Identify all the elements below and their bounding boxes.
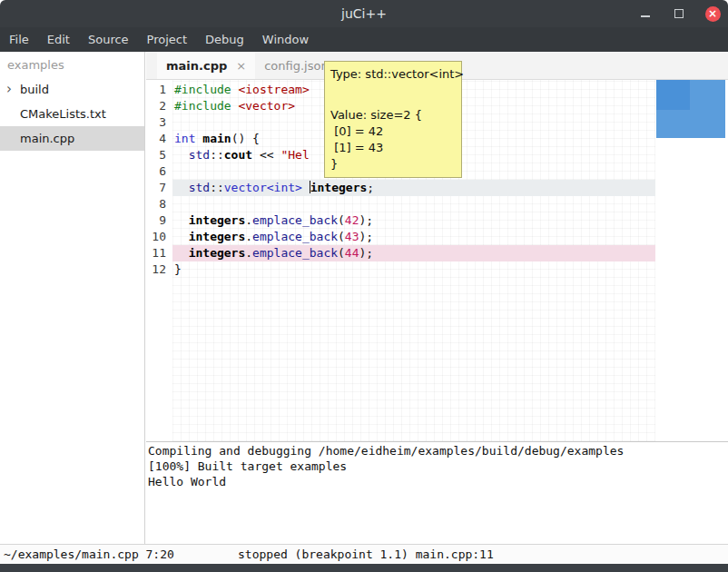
line-number: 1 (146, 82, 172, 98)
tree-item-main-cpp[interactable]: main.cpp (0, 126, 144, 151)
output-terminal[interactable]: Compiling and debugging /home/eidheim/ex… (146, 441, 728, 544)
line-number: 4 (146, 131, 172, 147)
code-token (302, 181, 310, 194)
tab-main-cpp[interactable]: main.cpp× (157, 52, 255, 79)
code-token: ); (359, 246, 374, 260)
debug-value-tooltip: Type: std::vector<int> Value: size=2 { [… (324, 61, 462, 178)
code-token: ( (338, 230, 345, 243)
code-token: << (252, 148, 280, 162)
code-token (174, 230, 189, 243)
code-token: ( (338, 213, 345, 227)
line-number: 3 (146, 114, 172, 131)
code-line-text: integers.emplace_back(44); (172, 245, 655, 261)
code-token: integers (189, 246, 246, 260)
terminal-line: [100%] Built target examples (148, 459, 728, 474)
restore-icon (674, 9, 684, 18)
title-bar[interactable]: juCi++ × (0, 0, 728, 27)
restore-button[interactable] (671, 5, 687, 23)
line-number: 8 (146, 196, 172, 212)
status-debug-state: stopped (breakpoint 1.1) main.cpp:11 (238, 545, 494, 564)
window-buttons: × (637, 0, 721, 27)
code-token: <iostream> (238, 83, 309, 96)
tooltip-type-line: Type: std::vector<int> (330, 66, 456, 83)
tooltip-value-line: [0] = 42 (330, 123, 456, 140)
minimize-button[interactable] (637, 5, 654, 23)
project-name-label: examples (0, 52, 144, 77)
scrollbar-thumb[interactable] (656, 80, 725, 138)
line-number: 10 (146, 229, 172, 245)
code-token (174, 213, 189, 227)
line-number: 12 (146, 261, 172, 278)
status-file-position: ~/examples/main.cpp 7:20 (4, 545, 174, 564)
code-token: ); (359, 213, 374, 227)
tab-label: main.cpp (166, 59, 227, 73)
menu-item-source[interactable]: Source (79, 27, 138, 52)
code-token: emplace_back (252, 213, 338, 227)
code-token: () { (231, 132, 260, 145)
tab-label: config.json (264, 59, 329, 73)
code-token: std (189, 148, 210, 162)
code-line-7: 7 std::vector<int> integers; (146, 180, 728, 196)
code-token: <vector> (238, 99, 295, 113)
tree-item-label: main.cpp (0, 132, 74, 145)
code-token: :: (210, 148, 224, 162)
code-line-9: 9 integers.emplace_back(42); (146, 212, 728, 229)
code-token: integers (189, 213, 246, 227)
code-token: integers (310, 181, 368, 194)
code-token: emplace_back (252, 230, 338, 243)
code-token: ( (338, 246, 345, 260)
terminal-line: Compiling and debugging /home/eidheim/ex… (148, 443, 728, 459)
file-tree: ›buildCMakeLists.txtmain.cpp (0, 77, 144, 151)
code-token (174, 148, 189, 162)
code-line-text (172, 196, 655, 212)
code-token: :: (210, 181, 224, 194)
code-token: } (174, 262, 182, 276)
code-line-text: integers.emplace_back(43); (172, 229, 655, 245)
window-bottom-edge (0, 564, 728, 572)
code-token (174, 181, 189, 194)
menu-bar: FileEditSourceProjectDebugWindow (0, 27, 728, 52)
menu-item-file[interactable]: File (0, 27, 38, 52)
code-token: ; (367, 181, 374, 194)
close-icon: × (705, 6, 721, 22)
code-line-10: 10 integers.emplace_back(43); (146, 229, 728, 245)
menu-item-project[interactable]: Project (138, 27, 196, 52)
code-line-text: integers.emplace_back(42); (172, 212, 655, 229)
menu-item-window[interactable]: Window (253, 27, 318, 52)
code-token: cout (224, 148, 252, 162)
code-line-12: 12} (146, 261, 728, 278)
app-window: juCi++ × FileEditSourceProjectDebugWindo… (0, 0, 728, 572)
tree-item-label: CMakeLists.txt (0, 107, 106, 121)
tab-close-icon[interactable]: × (236, 59, 246, 73)
line-number: 2 (146, 98, 172, 114)
menu-item-debug[interactable]: Debug (196, 27, 253, 52)
code-token: main (202, 132, 231, 145)
tooltip-value-line: [1] = 43 (330, 140, 456, 156)
code-token: 42 (345, 213, 359, 227)
code-token: . (245, 246, 252, 260)
status-bar: ~/examples/main.cpp 7:20 stopped (breakp… (0, 544, 728, 564)
line-number: 6 (146, 163, 172, 180)
expander-icon[interactable]: › (6, 81, 12, 97)
close-button[interactable]: × (704, 5, 721, 23)
code-token: . (245, 213, 252, 227)
tree-item-cmakelists-txt[interactable]: CMakeLists.txt (0, 102, 144, 126)
line-number: 11 (146, 245, 172, 261)
tooltip-value-block: Value: size=2 { [0] = 42 [1] = 43} (330, 107, 456, 173)
tooltip-value-line: Value: size=2 { (330, 107, 456, 123)
code-token: integers (189, 230, 246, 243)
scrollbar-thumb-dark-segment (656, 80, 690, 110)
code-token: #include (174, 83, 231, 96)
menu-item-edit[interactable]: Edit (38, 27, 79, 52)
code-line-text: } (172, 261, 655, 278)
line-number: 7 (146, 180, 172, 196)
code-token: ); (359, 230, 374, 243)
tooltip-value-line: } (330, 156, 456, 173)
code-token: "Hel (280, 148, 309, 162)
terminal-line: Hello World (148, 474, 728, 489)
tree-item-build[interactable]: ›build (0, 77, 144, 102)
code-token: . (245, 230, 252, 243)
line-number: 9 (146, 212, 172, 229)
sidebar: examples ›buildCMakeLists.txtmain.cpp (0, 52, 145, 544)
code-line-text: std::vector<int> integers; (172, 180, 655, 196)
